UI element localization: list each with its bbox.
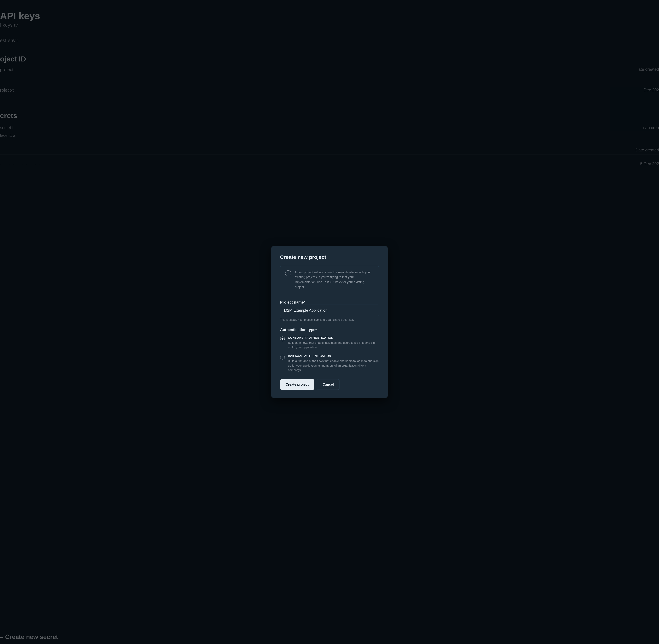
auth-type-label: Authentication type*: [280, 327, 379, 332]
radio-desc-consumer: Build auth flows that enable individual …: [288, 341, 379, 350]
radio-circle-b2b: [280, 355, 285, 360]
radio-option-b2b[interactable]: B2B SAAS AUTHENTICATION Build authn and …: [280, 354, 379, 372]
radio-title-consumer: CONSUMER AUTHENTICATION: [288, 336, 379, 340]
radio-option-consumer[interactable]: CONSUMER AUTHENTICATION Build auth flows…: [280, 336, 379, 350]
auth-type-section: Authentication type* CONSUMER AUTHENTICA…: [280, 327, 379, 372]
info-text: A new project will not share the user da…: [295, 270, 374, 290]
info-icon-symbol: i: [288, 272, 288, 275]
radio-content-b2b: B2B SAAS AUTHENTICATION Build authn and …: [288, 354, 379, 372]
radio-desc-b2b: Build authn and authz flows that enable …: [288, 359, 379, 372]
create-project-modal: Create new project i A new project will …: [271, 246, 388, 398]
radio-circle-consumer: [280, 337, 285, 341]
project-name-label: Project name*: [280, 300, 305, 304]
project-name-field-group: Project name* This is usually your produ…: [280, 300, 379, 321]
create-project-button[interactable]: Create project: [280, 379, 314, 390]
radio-title-b2b: B2B SAAS AUTHENTICATION: [288, 354, 379, 358]
radio-content-consumer: CONSUMER AUTHENTICATION Build auth flows…: [288, 336, 379, 350]
info-box: i A new project will not share the user …: [280, 266, 379, 294]
info-icon: i: [285, 270, 291, 276]
project-name-hint: This is usually your product name. You c…: [280, 318, 379, 321]
project-name-input[interactable]: [280, 304, 379, 316]
cancel-button[interactable]: Cancel: [317, 379, 339, 390]
modal-title: Create new project: [280, 254, 379, 260]
button-row: Create project Cancel: [280, 379, 379, 390]
